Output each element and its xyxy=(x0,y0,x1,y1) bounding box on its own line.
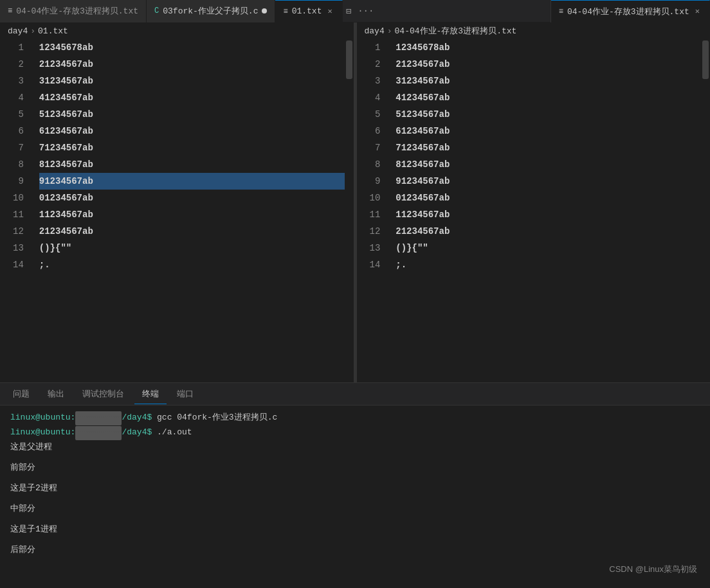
panel-tabs: 问题输出调试控制台终端端口 xyxy=(0,383,710,405)
terminal-output-line: 前部分 xyxy=(10,461,700,475)
scrollbar-left[interactable] xyxy=(345,39,354,382)
code-line: ()}{"" xyxy=(39,240,345,256)
editor-pane-left: day4 › 01.txt 1234567891011121314 123456… xyxy=(0,22,354,382)
panel-tab-终端[interactable]: 终端 xyxy=(134,384,167,404)
code-line: 81234567ab xyxy=(396,156,701,173)
scrollbar-right[interactable] xyxy=(701,39,710,382)
terminal-cmd2: ./a.out xyxy=(152,427,192,437)
scrollbar-thumb-right[interactable] xyxy=(702,40,709,79)
code-line: 21234567ab xyxy=(39,56,345,73)
code-line: 81234567ab xyxy=(39,156,345,173)
code-line: 91234567ab xyxy=(396,173,701,190)
terminal-prefix: linux@ubuntu: xyxy=(10,413,75,422)
editor-area: day4 › 01.txt 1234567891011121314 123456… xyxy=(0,22,710,382)
tab-right-tab4[interactable]: ≡04-04作业-存放3进程拷贝.txt✕ xyxy=(551,0,710,22)
terminal-content[interactable]: linux@ubuntu:~~~~~~~~~~~~/day4$ gcc 04fo… xyxy=(0,405,710,588)
breadcrumb-sep-right: › xyxy=(387,26,392,36)
terminal-cmd: gcc 04fork-作业3进程拷贝.c xyxy=(152,413,277,422)
breadcrumb-folder-left: day4 xyxy=(8,26,28,36)
panel-tab-调试控制台[interactable]: 调试控制台 xyxy=(75,384,132,404)
line-number: 14 xyxy=(370,256,381,273)
tab-tab2[interactable]: C03fork-作业父子拷贝.c xyxy=(147,0,275,22)
terminal-blur-2: ~~~~~~~~~~~~ xyxy=(75,426,122,440)
breadcrumb-left: day4 › 01.txt xyxy=(0,22,354,39)
tab-icon: ≡ xyxy=(283,7,287,16)
code-line: 12345678ab xyxy=(396,39,701,56)
breadcrumb-folder-right: day4 xyxy=(365,26,385,36)
code-line: 12345678ab xyxy=(39,39,345,56)
code-line: ;. xyxy=(396,256,701,273)
breadcrumb-file-right: 04-04作业-存放3进程拷贝.txt xyxy=(395,25,517,37)
panel: 问题输出调试控制台终端端口 linux@ubuntu:~~~~~~~~~~~~/… xyxy=(0,382,710,588)
breadcrumb-file-left: 01.txt xyxy=(38,26,68,36)
tab-icon: ≡ xyxy=(8,6,12,15)
tab-icon: C xyxy=(154,6,159,15)
tab-icon: ≡ xyxy=(559,7,563,16)
terminal-blank xyxy=(10,495,700,502)
tab-label: 01.txt xyxy=(292,6,322,16)
tab-label: 04-04作业-存放3进程拷贝.txt xyxy=(567,6,689,17)
line-number: 5 xyxy=(370,106,381,123)
terminal-blank xyxy=(10,475,700,481)
tab-modified-dot xyxy=(262,8,267,13)
code-line: 31234567ab xyxy=(39,73,345,89)
line-number: 10 xyxy=(370,190,381,206)
tab-tab3[interactable]: ≡01.txt✕ xyxy=(275,0,342,22)
line-number: 8 xyxy=(370,156,381,173)
line-number: 1 xyxy=(370,39,381,56)
line-number: 9 xyxy=(370,173,381,190)
code-line: ()}{"" xyxy=(396,240,701,256)
line-number: 11 xyxy=(370,206,381,223)
editor-content-right[interactable]: 1234567891011121314 12345678ab21234567ab… xyxy=(357,39,711,382)
line-number: 3 xyxy=(13,73,24,89)
terminal-line-cmd2: linux@ubuntu:~~~~~~~~~~~~/day4$ ./a.out xyxy=(10,425,700,440)
code-line: 61234567ab xyxy=(39,123,345,139)
line-number: 8 xyxy=(13,156,24,173)
line-number: 5 xyxy=(13,106,24,123)
tab-tab1[interactable]: ≡04-04作业-存放3进程拷贝.txt xyxy=(0,0,147,22)
panel-tab-端口[interactable]: 端口 xyxy=(169,384,201,404)
line-number: 4 xyxy=(370,89,381,106)
line-number: 9 xyxy=(13,173,24,190)
line-number: 12 xyxy=(370,223,381,240)
code-line: 71234567ab xyxy=(39,139,345,156)
terminal-output-line: 这是父进程 xyxy=(10,440,700,454)
breadcrumb-right: day4 › 04-04作业-存放3进程拷贝.txt xyxy=(357,22,711,39)
terminal-blank xyxy=(10,454,700,461)
breadcrumb-sep-left: › xyxy=(30,26,35,36)
line-number: 6 xyxy=(13,123,24,139)
code-line: 31234567ab xyxy=(396,73,701,89)
line-number: 14 xyxy=(13,256,24,273)
line-number: 3 xyxy=(370,73,381,89)
line-number: 4 xyxy=(13,89,24,106)
line-number: 7 xyxy=(370,139,381,156)
terminal-line-cmd1: linux@ubuntu:~~~~~~~~~~~~/day4$ gcc 04fo… xyxy=(10,411,700,425)
line-number: 6 xyxy=(370,123,381,139)
line-number: 7 xyxy=(13,139,24,156)
code-content-left[interactable]: 12345678ab21234567ab31234567ab41234567ab… xyxy=(34,39,345,382)
terminal-output-line: 这是子1进程 xyxy=(10,522,700,537)
code-line: 01234567ab xyxy=(39,190,345,206)
tab-close[interactable]: ✕ xyxy=(693,5,702,17)
editor-content-left[interactable]: 1234567891011121314 12345678ab21234567ab… xyxy=(0,39,354,382)
terminal-output-line: 后部分 xyxy=(10,543,700,557)
panel-tab-输出[interactable]: 输出 xyxy=(40,384,72,404)
code-content-right[interactable]: 12345678ab21234567ab31234567ab41234567ab… xyxy=(390,39,701,382)
tab-close[interactable]: ✕ xyxy=(325,5,334,17)
editor-pane-right: day4 › 04-04作业-存放3进程拷贝.txt 1234567891011… xyxy=(357,22,711,382)
scrollbar-thumb-left[interactable] xyxy=(346,40,352,79)
terminal-output-line: 中部分 xyxy=(10,502,700,516)
code-line: 21234567ab xyxy=(396,56,701,73)
code-line: 51234567ab xyxy=(39,106,345,123)
split-editor-button[interactable]: ⊟ xyxy=(343,4,354,18)
line-numbers-right: 1234567891011121314 xyxy=(357,39,391,382)
more-tabs-button[interactable]: ··· xyxy=(354,4,377,17)
code-line: 41234567ab xyxy=(39,89,345,106)
panel-tab-问题[interactable]: 问题 xyxy=(5,384,37,404)
terminal-prefix2: linux@ubuntu: xyxy=(10,427,75,437)
line-number: 1 xyxy=(13,39,24,56)
terminal-blank xyxy=(10,537,700,543)
code-line: 71234567ab xyxy=(396,139,701,156)
terminal-blank xyxy=(10,516,700,522)
code-line: 21234567ab xyxy=(396,223,701,240)
